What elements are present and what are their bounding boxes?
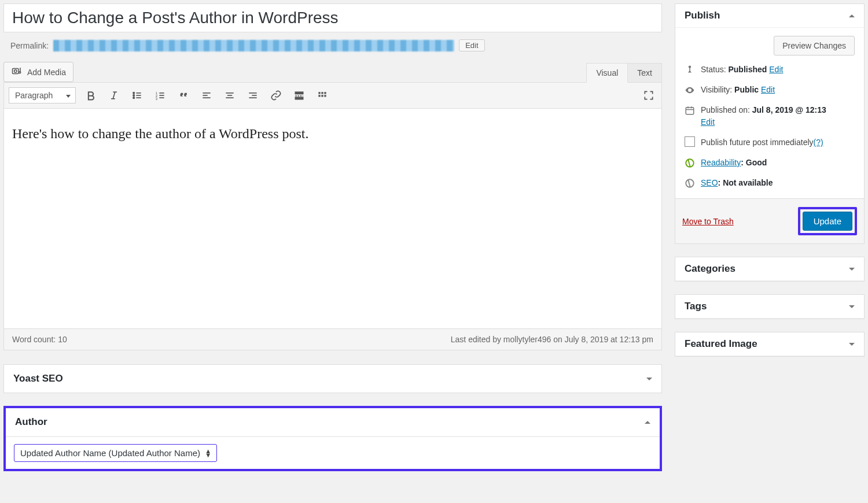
svg-text:3: 3	[156, 97, 157, 101]
readmore-button[interactable]	[291, 87, 307, 103]
svg-point-1	[14, 70, 17, 73]
future-post-checkbox[interactable]	[685, 136, 695, 147]
categories-title: Categories	[685, 263, 735, 275]
permalink-edit-button[interactable]: Edit	[459, 39, 484, 51]
last-edited: Last edited by mollytyler496 on July 8, …	[451, 335, 653, 344]
tab-visual[interactable]: Visual	[586, 63, 628, 83]
caret-down-icon	[646, 378, 652, 380]
readability-text: Readability: Good	[701, 157, 767, 169]
format-select-label: Paragraph	[15, 91, 53, 100]
add-media-label: Add Media	[27, 68, 66, 77]
yoast-seo-panel-toggle[interactable]: Yoast SEO	[4, 365, 661, 393]
tags-panel-toggle[interactable]: Tags	[675, 295, 864, 319]
word-count: Word count: 10	[12, 335, 67, 344]
editor-content[interactable]: Here's how to change the author of a Wor…	[4, 109, 661, 328]
calendar-icon	[685, 105, 695, 116]
svg-rect-31	[321, 92, 323, 94]
format-select[interactable]: Paragraph	[9, 87, 76, 103]
status-edit-link[interactable]: Edit	[769, 65, 783, 74]
published-date-text: Published on: Jul 8, 2019 @ 12:13Edit	[701, 104, 826, 128]
permalink-label: Permalink:	[10, 41, 49, 50]
svg-rect-30	[318, 92, 320, 94]
svg-rect-29	[295, 97, 303, 99]
italic-button[interactable]	[106, 87, 122, 103]
visibility-edit-link[interactable]: Edit	[761, 85, 775, 94]
svg-rect-33	[318, 95, 320, 97]
eye-icon	[685, 85, 695, 95]
author-select-value: Updated Author Name (Updated Author Name…	[20, 448, 200, 458]
numbered-list-button[interactable]: 123	[152, 87, 168, 103]
tab-text[interactable]: Text	[628, 63, 662, 83]
author-panel-title: Author	[15, 416, 47, 428]
seo-link[interactable]: SEO	[701, 178, 718, 187]
bold-button[interactable]	[83, 87, 99, 103]
pin-icon	[685, 65, 695, 75]
svg-rect-27	[295, 92, 303, 94]
categories-panel-toggle[interactable]: Categories	[675, 257, 864, 281]
publish-title: Publish	[685, 10, 720, 21]
svg-rect-35	[324, 95, 326, 97]
align-center-button[interactable]	[222, 87, 238, 103]
svg-rect-34	[321, 95, 323, 97]
svg-point-7	[133, 95, 135, 97]
caret-down-icon	[849, 268, 855, 271]
svg-point-8	[133, 97, 135, 99]
toolbar-toggle-button[interactable]	[314, 87, 330, 103]
readability-link[interactable]: Readability	[701, 158, 741, 167]
svg-point-2	[19, 72, 21, 73]
select-arrows-icon: ▲▼	[205, 449, 211, 457]
caret-down-icon	[849, 305, 855, 308]
fullscreen-button[interactable]	[641, 87, 657, 103]
caret-down-icon	[849, 343, 855, 346]
featured-image-title: Featured Image	[685, 338, 757, 350]
svg-point-6	[133, 93, 135, 94]
caret-up-icon	[645, 421, 650, 424]
svg-rect-0	[13, 69, 19, 74]
author-select[interactable]: Updated Author Name (Updated Author Name…	[14, 444, 217, 462]
future-post-label: Publish future post immediately(?)	[701, 136, 823, 149]
seo-text: SEO: Not available	[701, 177, 773, 189]
post-title-input[interactable]	[3, 3, 662, 32]
svg-line-5	[113, 92, 115, 99]
future-help-link[interactable]: (?)	[814, 138, 823, 147]
blockquote-button[interactable]	[175, 87, 192, 103]
visibility-text: Visibility: Public Edit	[701, 84, 775, 96]
link-button[interactable]	[268, 87, 284, 103]
featured-image-panel-toggle[interactable]: Featured Image	[675, 332, 864, 356]
status-text: Status: Published Edit	[701, 64, 783, 76]
publish-panel-toggle[interactable]: Publish	[675, 4, 864, 28]
permalink-url	[53, 40, 454, 51]
svg-rect-36	[686, 108, 694, 114]
author-panel-toggle[interactable]: Author	[6, 408, 660, 437]
date-edit-link[interactable]: Edit	[701, 117, 715, 127]
preview-changes-button[interactable]: Preview Changes	[774, 36, 855, 56]
yoast-seo-icon	[685, 178, 695, 188]
update-button[interactable]: Update	[803, 212, 852, 231]
bullet-list-button[interactable]	[129, 87, 145, 103]
camera-music-icon	[11, 66, 23, 78]
align-left-button[interactable]	[198, 87, 215, 103]
caret-up-icon	[849, 14, 855, 17]
move-to-trash-link[interactable]: Move to Trash	[682, 217, 734, 226]
yoast-seo-title: Yoast SEO	[13, 373, 63, 384]
tags-title: Tags	[685, 301, 707, 312]
add-media-button[interactable]: Add Media	[3, 62, 73, 82]
svg-rect-32	[324, 92, 326, 94]
yoast-readability-icon	[685, 158, 695, 168]
align-right-button[interactable]	[245, 87, 261, 103]
